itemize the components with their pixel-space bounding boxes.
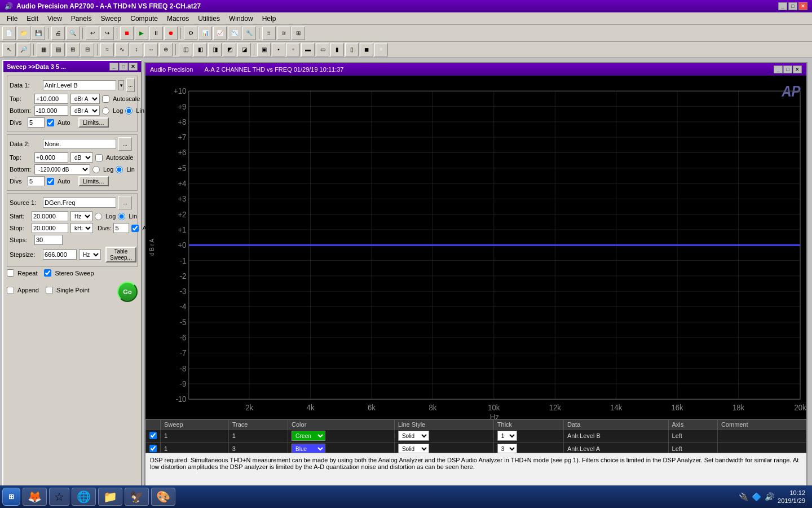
data1-bottom-value[interactable]: [34, 106, 68, 116]
start-btn[interactable]: ⊞: [2, 488, 20, 506]
tb2-zoom-in[interactable]: 🔎: [17, 43, 30, 56]
source1-lin-radio[interactable]: [118, 213, 125, 220]
tb2-btn9[interactable]: ⊕: [159, 43, 173, 56]
tb2-btn13[interactable]: ◩: [223, 43, 236, 56]
tb2-btn6[interactable]: ∿: [115, 43, 129, 56]
tb-btn6[interactable]: 📊: [198, 27, 212, 40]
menu-view[interactable]: View: [43, 14, 67, 24]
tb2-btn15[interactable]: ▣: [257, 43, 271, 56]
source1-divs-value[interactable]: [113, 223, 129, 233]
data1-dropdown[interactable]: ▼: [118, 80, 124, 90]
tb2-btn11[interactable]: ◧: [193, 43, 207, 56]
data1-extra[interactable]: ...: [126, 78, 135, 92]
data1-log-radio[interactable]: [102, 107, 109, 115]
data2-extra[interactable]: ...: [118, 137, 132, 151]
source1-start-unit[interactable]: Hz: [70, 211, 92, 221]
data1-lin-radio[interactable]: [125, 107, 133, 115]
taskbar-explorer[interactable]: 📁: [98, 488, 122, 506]
legend-check-0[interactable]: [146, 430, 161, 443]
data2-value[interactable]: [43, 139, 116, 149]
tb2-btn23[interactable]: ◽: [374, 43, 388, 56]
tb2-btn7[interactable]: ↕: [130, 43, 143, 56]
tb-btn11[interactable]: ≋: [277, 27, 290, 40]
source1-log-radio[interactable]: [95, 213, 102, 220]
taskbar-star[interactable]: ☆: [49, 488, 69, 506]
menu-edit[interactable]: Edit: [22, 14, 43, 24]
tb2-btn21[interactable]: ▯: [345, 43, 359, 56]
close-btn[interactable]: ✕: [798, 2, 807, 10]
tb2-btn3[interactable]: ⊞: [66, 43, 80, 56]
tb2-btn2[interactable]: ▤: [51, 43, 65, 56]
sweep-restore[interactable]: □: [119, 63, 128, 71]
data1-divs-value[interactable]: [28, 117, 45, 128]
legend-color-1[interactable]: Blue: [288, 443, 395, 453]
tb2-btn1[interactable]: ▦: [37, 43, 50, 56]
data2-log-radio[interactable]: [92, 166, 100, 173]
data1-limits-btn[interactable]: Limits...: [78, 117, 109, 128]
source1-start-value[interactable]: [32, 211, 68, 221]
source1-stop-unit[interactable]: kHz: [70, 223, 93, 233]
tray-volume[interactable]: 🔊: [765, 492, 774, 501]
tb2-btn5[interactable]: ≈: [100, 43, 114, 56]
taskbar-paint[interactable]: 🎨: [151, 488, 175, 506]
data2-limits-btn[interactable]: Limits...: [78, 176, 109, 186]
tb-btn8[interactable]: 📉: [228, 27, 241, 40]
tb-new[interactable]: 📄: [2, 27, 16, 40]
tb2-btn18[interactable]: ▬: [301, 43, 315, 56]
tb2-btn12[interactable]: ◨: [208, 43, 222, 56]
tb-btn10[interactable]: ≡: [262, 27, 276, 40]
tb2-btn22[interactable]: ◼: [360, 43, 373, 56]
menu-utilities[interactable]: Utilities: [193, 14, 224, 24]
tb-btn7[interactable]: 📈: [213, 27, 227, 40]
source1-extra[interactable]: ...: [118, 196, 132, 209]
stereo-sweep-check[interactable]: [44, 269, 51, 277]
tb-print[interactable]: 🖨: [51, 27, 65, 40]
tb-btn12[interactable]: ⊞: [292, 27, 305, 40]
tb2-btn14[interactable]: ◪: [237, 43, 251, 56]
taskbar-ie[interactable]: 🌐: [72, 488, 96, 506]
data2-divs-value[interactable]: [28, 176, 45, 186]
tb-undo[interactable]: ↩: [86, 27, 99, 40]
data1-auto-check[interactable]: [47, 119, 54, 126]
maximize-btn[interactable]: □: [788, 2, 797, 10]
chart-minimize[interactable]: _: [774, 65, 783, 73]
tb2-btn8[interactable]: ↔: [144, 43, 158, 56]
tb2-btn16[interactable]: ▪: [272, 43, 285, 56]
source1-auto-check[interactable]: [131, 225, 139, 232]
source1-stepsize-value[interactable]: [43, 249, 77, 260]
source1-stepsize-unit[interactable]: Hz: [79, 249, 101, 260]
append-check[interactable]: [7, 287, 14, 294]
source1-value[interactable]: [43, 198, 116, 208]
minimize-btn[interactable]: _: [778, 2, 787, 10]
data2-auto-check[interactable]: [47, 178, 54, 185]
legend-color-0[interactable]: Green: [288, 430, 395, 443]
tray-network[interactable]: 🔌: [739, 492, 748, 501]
source1-stop-value[interactable]: [32, 223, 68, 233]
data2-bottom-value[interactable]: -120.000 dB: [34, 164, 90, 174]
tb-open[interactable]: 📁: [17, 27, 30, 40]
tb2-btn17[interactable]: ▫: [286, 43, 300, 56]
menu-sweep[interactable]: Sweep: [96, 14, 126, 24]
data1-value[interactable]: [43, 80, 116, 90]
tb-stop[interactable]: ⏹: [120, 27, 134, 40]
menu-help[interactable]: Help: [258, 14, 281, 24]
tb-redo[interactable]: ↪: [100, 27, 114, 40]
menu-macros[interactable]: Macros: [162, 14, 193, 24]
data2-top-unit[interactable]: dB: [70, 152, 93, 163]
tray-bluetooth[interactable]: 🔷: [752, 492, 761, 501]
tb2-cursor[interactable]: ↖: [2, 43, 16, 56]
tb-btn5[interactable]: ⚙: [184, 27, 197, 40]
data1-autoscale-check[interactable]: [102, 95, 109, 103]
legend-row-1[interactable]: 1 3 Blue Solid 3 Anlr.Level A Left: [146, 443, 806, 453]
single-point-check[interactable]: [46, 287, 53, 294]
tb2-btn20[interactable]: ▮: [330, 43, 344, 56]
menu-panels[interactable]: Panels: [67, 14, 96, 24]
taskbar-app[interactable]: 🦅: [125, 488, 149, 506]
repeat-check[interactable]: [7, 269, 14, 277]
legend-thick-0[interactable]: 1: [493, 430, 563, 443]
tb-record[interactable]: ⏺: [164, 27, 178, 40]
go-button[interactable]: Go: [117, 282, 138, 302]
legend-check-1[interactable]: [146, 443, 161, 453]
data2-lin-radio[interactable]: [116, 166, 123, 173]
sweep-minimize[interactable]: _: [109, 63, 118, 71]
